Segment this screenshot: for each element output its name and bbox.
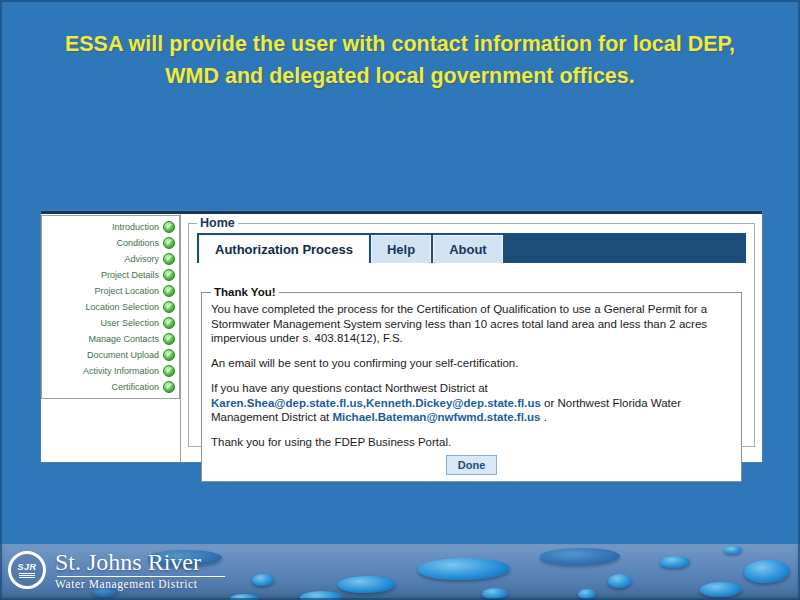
sjrwmd-logo-circle-icon: SJR: [8, 551, 46, 589]
sidebar-item-label: Project Location: [94, 286, 159, 296]
email-link-karen-shea[interactable]: Karen.Shea@dep.state.fl.us: [211, 397, 363, 409]
water-droplet: [230, 594, 258, 600]
sidebar-item-introduction[interactable]: Introduction ✓: [42, 219, 179, 235]
sidebar: Introduction ✓ Conditions ✓ Advisory ✓ P…: [41, 214, 180, 462]
logo-monogram: SJR: [17, 563, 36, 572]
org-rule-divider: [57, 576, 225, 577]
water-droplet: [744, 560, 790, 583]
org-subtitle: Water Management District: [55, 578, 225, 590]
sidebar-item-location-selection[interactable]: Location Selection ✓: [42, 299, 179, 315]
water-droplet: [608, 574, 632, 588]
sidebar-item-project-details[interactable]: Project Details ✓: [42, 267, 179, 283]
wave-lines-icon: [19, 573, 35, 578]
thank-you-fieldset: Thank You! You have completed the proces…: [201, 285, 742, 482]
check-icon: ✓: [163, 269, 175, 281]
email-link-kenneth-dickey[interactable]: Kenneth.Dickey@dep.state.fl.us: [366, 397, 541, 409]
water-droplet: [724, 546, 742, 554]
check-icon: ✓: [163, 381, 175, 393]
home-legend: Home: [197, 216, 238, 230]
sidebar-item-advisory[interactable]: Advisory ✓: [42, 251, 179, 267]
slide-title-line-1: ESSA will provide the user with contact …: [30, 28, 770, 60]
tab-about[interactable]: About: [433, 235, 503, 263]
sidebar-item-label: Activity Information: [83, 366, 159, 376]
sidebar-item-label: Document Upload: [87, 350, 159, 360]
org-name: St. Johns River: [55, 550, 225, 575]
sidebar-item-conditions[interactable]: Conditions ✓: [42, 235, 179, 251]
slide-title: ESSA will provide the user with contact …: [30, 28, 770, 93]
check-icon: ✓: [163, 221, 175, 233]
email-notice-paragraph: An email will be sent to you confirming …: [211, 356, 732, 370]
sidebar-item-document-upload[interactable]: Document Upload ✓: [42, 347, 179, 363]
water-droplet: [540, 548, 620, 565]
sidebar-item-label: Advisory: [124, 254, 159, 264]
sidebar-item-activity-information[interactable]: Activity Information ✓: [42, 363, 179, 379]
water-droplet: [418, 558, 510, 580]
sidebar-item-label: Conditions: [116, 238, 159, 248]
footer-band: SJR St. Johns River Water Management Dis…: [0, 544, 800, 600]
tab-help[interactable]: Help: [371, 235, 431, 263]
questions-end: .: [540, 411, 546, 423]
check-icon: ✓: [163, 333, 175, 345]
water-droplet: [700, 582, 742, 597]
thank-you-legend: Thank You!: [211, 285, 279, 299]
water-droplet: [660, 556, 690, 568]
sjrwmd-logo: SJR St. Johns River Water Management Dis…: [8, 550, 225, 590]
home-fieldset: Home Authorization Process Help About Th…: [188, 216, 755, 447]
water-droplet: [338, 576, 396, 593]
questions-paragraph: If you have any questions contact Northw…: [211, 381, 732, 424]
sidebar-item-label: Introduction: [112, 222, 159, 232]
sidebar-item-user-selection[interactable]: User Selection ✓: [42, 315, 179, 331]
email-link-michael-bateman[interactable]: Michael.Bateman@nwfwmd.state.fl.us: [332, 411, 540, 423]
check-icon: ✓: [163, 237, 175, 249]
water-droplet: [252, 574, 274, 586]
completion-paragraph: You have completed the process for the C…: [211, 302, 732, 345]
slide-title-line-2: WMD and delegated local government offic…: [30, 60, 770, 92]
water-droplet: [300, 591, 342, 600]
check-icon: ✓: [163, 253, 175, 265]
closing-paragraph: Thank you for using the FDEP Business Po…: [211, 435, 732, 449]
sidebar-item-certification[interactable]: Certification ✓: [42, 379, 179, 395]
tab-label: Authorization Process: [215, 242, 353, 257]
sidebar-item-label: Project Details: [101, 270, 159, 280]
tab-label: About: [449, 242, 487, 257]
check-icon: ✓: [163, 285, 175, 297]
water-droplet: [578, 589, 596, 599]
done-button[interactable]: Done: [446, 455, 498, 475]
app-screenshot-panel: Introduction ✓ Conditions ✓ Advisory ✓ P…: [41, 211, 762, 462]
main-content: Home Authorization Process Help About Th…: [181, 214, 762, 462]
check-icon: ✓: [163, 317, 175, 329]
check-icon: ✓: [163, 349, 175, 361]
check-icon: ✓: [163, 365, 175, 377]
questions-intro: If you have any questions contact Northw…: [211, 382, 488, 394]
sidebar-item-label: Certification: [111, 382, 159, 392]
tab-bar: Authorization Process Help About: [197, 233, 746, 263]
water-droplet: [482, 588, 508, 599]
sidebar-item-project-location[interactable]: Project Location ✓: [42, 283, 179, 299]
sidebar-item-label: User Selection: [100, 318, 159, 328]
check-icon: ✓: [163, 301, 175, 313]
sidebar-item-label: Manage Contacts: [88, 334, 159, 344]
sidebar-item-manage-contacts[interactable]: Manage Contacts ✓: [42, 331, 179, 347]
org-text: St. Johns River Water Management Distric…: [55, 550, 225, 590]
tab-authorization-process[interactable]: Authorization Process: [199, 235, 369, 263]
sidebar-nav: Introduction ✓ Conditions ✓ Advisory ✓ P…: [41, 215, 180, 399]
sidebar-item-label: Location Selection: [85, 302, 159, 312]
tab-label: Help: [387, 242, 415, 257]
